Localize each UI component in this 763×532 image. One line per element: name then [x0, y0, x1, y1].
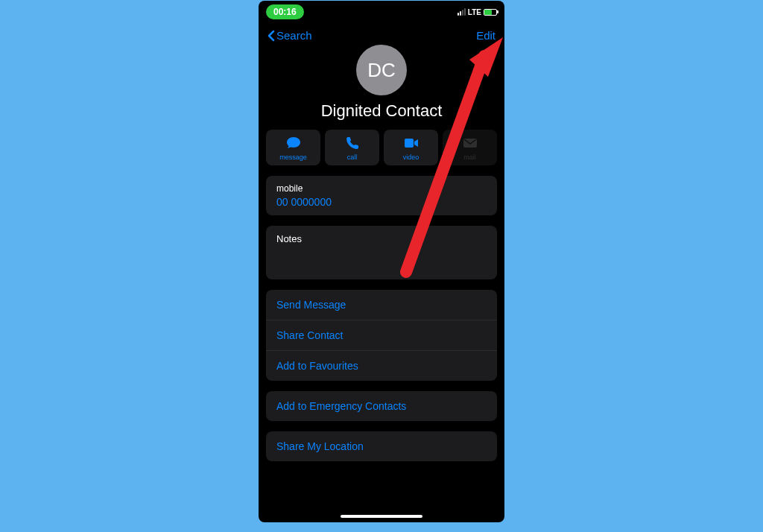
- chevron-left-icon: [267, 30, 275, 42]
- phone-card[interactable]: mobile 00 0000000: [266, 176, 497, 215]
- video-icon: [404, 136, 419, 151]
- action-row: message call video mail: [259, 130, 504, 165]
- status-indicators: LTE: [458, 8, 497, 16]
- add-emergency-item[interactable]: Add to Emergency Contacts: [266, 391, 497, 421]
- video-button[interactable]: video: [384, 130, 438, 165]
- mail-button: mail: [443, 130, 497, 165]
- message-button[interactable]: message: [266, 130, 320, 165]
- send-message-item[interactable]: Send Message: [266, 290, 497, 320]
- emergency-group: Add to Emergency Contacts: [266, 391, 497, 421]
- message-icon: [286, 136, 301, 151]
- back-button[interactable]: Search: [267, 29, 312, 42]
- mail-icon: [463, 136, 478, 151]
- phone-number: 00 0000000: [276, 196, 487, 208]
- contact-header: DC Dignited Contact: [259, 45, 504, 130]
- home-indicator[interactable]: [341, 515, 422, 518]
- status-time-pill: 00:16: [266, 4, 304, 19]
- navigation-bar: Search Edit: [259, 23, 504, 45]
- location-group: Share My Location: [266, 431, 497, 461]
- share-location-item[interactable]: Share My Location: [266, 431, 497, 461]
- phone-type-label: mobile: [276, 183, 487, 194]
- video-label: video: [403, 153, 420, 161]
- add-favourites-item[interactable]: Add to Favourites: [266, 351, 497, 381]
- mail-label: mail: [463, 153, 476, 161]
- back-label: Search: [276, 29, 312, 42]
- phone-screen: 00:16 LTE Search Edit DC Dignited Contac…: [259, 1, 504, 522]
- message-label: message: [279, 153, 307, 161]
- share-contact-item[interactable]: Share Contact: [266, 320, 497, 351]
- phone-icon: [345, 136, 360, 151]
- contact-name: Dignited Contact: [321, 101, 443, 121]
- svg-rect-0: [405, 139, 414, 148]
- battery-icon: [484, 9, 497, 16]
- call-label: call: [347, 153, 358, 161]
- avatar: DC: [356, 45, 407, 95]
- status-bar: 00:16 LTE: [259, 1, 504, 23]
- call-button[interactable]: call: [325, 130, 379, 165]
- edit-button[interactable]: Edit: [476, 29, 496, 42]
- options-group-1: Send Message Share Contact Add to Favour…: [266, 290, 497, 381]
- signal-icon: [458, 8, 466, 16]
- network-label: LTE: [468, 8, 481, 16]
- notes-label: Notes: [276, 233, 487, 244]
- notes-card[interactable]: Notes: [266, 226, 497, 279]
